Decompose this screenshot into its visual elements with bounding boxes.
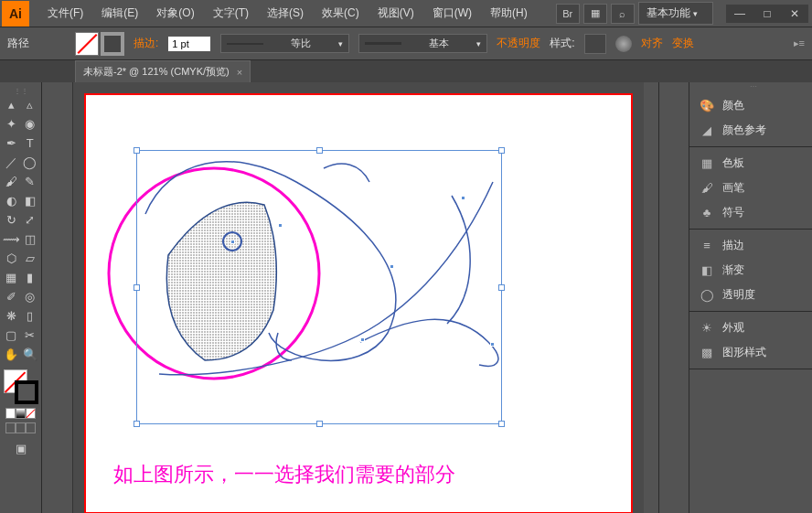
eyedropper-tool[interactable]: ✐ bbox=[2, 287, 21, 306]
left-dock-strip[interactable] bbox=[42, 82, 73, 513]
lasso-tool[interactable]: ◉ bbox=[21, 114, 40, 134]
panel-graphic-styles[interactable]: ▩图形样式 bbox=[689, 340, 812, 365]
handle-mid-right[interactable] bbox=[498, 284, 505, 291]
screen-mode-icon[interactable]: ▣ bbox=[11, 439, 30, 458]
tab-title: 未标题-2* @ 121% (CMYK/预览) bbox=[83, 65, 230, 79]
draw-inside-icon[interactable] bbox=[26, 422, 36, 433]
artboard-tool[interactable]: ▢ bbox=[2, 326, 21, 345]
panel-color-guide[interactable]: ◢颜色参考 bbox=[689, 118, 812, 143]
selection-tool[interactable]: ▴ bbox=[2, 95, 21, 114]
menu-select[interactable]: 选择(S) bbox=[258, 0, 313, 27]
graph-tool[interactable]: ▯ bbox=[21, 306, 40, 326]
direct-selection-tool[interactable]: ▵ bbox=[21, 95, 40, 114]
anchor-point[interactable] bbox=[390, 264, 394, 269]
panel-appearance[interactable]: ☀外观 bbox=[689, 315, 812, 340]
anchor-point[interactable] bbox=[360, 337, 365, 342]
menu-view[interactable]: 视图(V) bbox=[369, 0, 423, 27]
stroke-swatch[interactable] bbox=[101, 32, 124, 56]
bridge-icon[interactable]: Br bbox=[556, 4, 580, 24]
panel-brushes[interactable]: 🖌画笔 bbox=[689, 176, 812, 200]
selection-bounding-box[interactable] bbox=[136, 150, 502, 424]
handle-top-right[interactable] bbox=[498, 147, 505, 154]
gradient-tool[interactable]: ▮ bbox=[21, 268, 40, 287]
graphic-style-thumb[interactable] bbox=[584, 34, 606, 54]
workspace-dropdown[interactable]: 基本功能 ▾ bbox=[638, 2, 713, 25]
brush-def-dropdown[interactable]: 基本▾ bbox=[358, 34, 487, 53]
handle-bot-mid[interactable] bbox=[316, 421, 323, 427]
window-minimize[interactable]: — bbox=[726, 5, 753, 23]
none-mode-icon[interactable] bbox=[26, 408, 36, 419]
gradient-mode-icon[interactable] bbox=[16, 408, 26, 419]
shape-tool[interactable]: ◯ bbox=[21, 153, 40, 172]
tab-close-icon[interactable]: × bbox=[237, 67, 242, 78]
panel-color[interactable]: 🎨颜色 bbox=[689, 93, 812, 118]
shape-builder-tool[interactable]: ⬡ bbox=[2, 249, 21, 268]
menu-effect[interactable]: 效果(C) bbox=[313, 0, 369, 27]
panel-gradient[interactable]: ◧渐变 bbox=[689, 258, 812, 283]
handle-bot-right[interactable] bbox=[498, 421, 505, 427]
window-close[interactable]: ✕ bbox=[781, 5, 808, 23]
rotate-tool[interactable]: ↻ bbox=[2, 210, 21, 230]
menu-help[interactable]: 帮助(H) bbox=[481, 0, 537, 27]
search-icon[interactable]: ⌕ bbox=[611, 4, 635, 24]
pencil-tool[interactable]: ✎ bbox=[21, 172, 40, 191]
handle-top-left[interactable] bbox=[134, 147, 140, 154]
appearance-icon: ☀ bbox=[699, 321, 715, 336]
line-tool[interactable]: ／ bbox=[2, 153, 21, 172]
pen-tool[interactable]: ✒ bbox=[2, 134, 21, 153]
color-mode-icon[interactable] bbox=[5, 408, 16, 419]
tools-grip[interactable]: ⋮⋮ bbox=[2, 86, 39, 95]
handle-bot-left[interactable] bbox=[134, 421, 140, 427]
arrange-docs-icon[interactable]: ▦ bbox=[583, 4, 607, 24]
panel-grip[interactable]: ⋯ bbox=[689, 82, 812, 90]
free-transform-tool[interactable]: ◫ bbox=[21, 230, 40, 249]
blend-tool[interactable]: ◎ bbox=[21, 287, 40, 306]
mesh-tool[interactable]: ▦ bbox=[2, 268, 21, 287]
hand-tool[interactable]: ✋ bbox=[2, 345, 21, 364]
panel-stroke[interactable]: ≡描边 bbox=[689, 233, 812, 258]
window-maximize[interactable]: □ bbox=[753, 5, 781, 23]
paintbrush-tool[interactable]: 🖌 bbox=[2, 172, 21, 191]
slice-tool[interactable]: ✂ bbox=[21, 326, 40, 345]
profile-dropdown[interactable]: 等比▾ bbox=[220, 34, 349, 53]
draw-behind-icon[interactable] bbox=[16, 422, 26, 433]
anchor-point[interactable] bbox=[461, 196, 465, 200]
recolor-icon[interactable] bbox=[615, 36, 632, 52]
stroke-label[interactable]: 描边: bbox=[134, 36, 158, 51]
handle-top-mid[interactable] bbox=[316, 147, 323, 154]
type-tool[interactable]: T bbox=[21, 134, 40, 153]
width-tool[interactable]: ⟿ bbox=[2, 230, 21, 249]
perspective-tool[interactable]: ▱ bbox=[21, 249, 40, 268]
zoom-tool[interactable]: 🔍 bbox=[21, 345, 40, 364]
menu-window[interactable]: 窗口(W) bbox=[423, 0, 481, 27]
panel-menu-icon[interactable]: ▸≡ bbox=[794, 37, 805, 49]
collapsed-dock[interactable] bbox=[658, 82, 689, 513]
artboard[interactable]: 如上图所示，一一选择我们需要的部分 bbox=[84, 93, 633, 513]
anchor-point[interactable] bbox=[490, 342, 495, 347]
anchor-point[interactable] bbox=[230, 240, 235, 244]
menu-edit[interactable]: 编辑(E) bbox=[92, 0, 147, 27]
handle-mid-left[interactable] bbox=[134, 284, 140, 291]
draw-normal-icon[interactable] bbox=[5, 422, 16, 433]
panel-transparency[interactable]: ◯透明度 bbox=[689, 283, 812, 307]
panel-symbols[interactable]: ♣符号 bbox=[689, 200, 812, 225]
blob-brush-tool[interactable]: ◐ bbox=[2, 191, 21, 210]
vertical-scrollbar[interactable] bbox=[644, 82, 658, 513]
scale-tool[interactable]: ⤢ bbox=[21, 210, 40, 230]
eraser-tool[interactable]: ◧ bbox=[21, 191, 40, 210]
menu-object[interactable]: 对象(O) bbox=[147, 0, 203, 27]
menu-type[interactable]: 文字(T) bbox=[204, 0, 258, 27]
align-label[interactable]: 对齐 bbox=[641, 36, 663, 51]
document-tab[interactable]: 未标题-2* @ 121% (CMYK/预览) × bbox=[75, 60, 251, 82]
opacity-label[interactable]: 不透明度 bbox=[497, 36, 540, 51]
anchor-point[interactable] bbox=[278, 223, 283, 228]
magic-wand-tool[interactable]: ✦ bbox=[2, 114, 21, 134]
fill-stroke-swatch[interactable] bbox=[4, 369, 38, 404]
menu-file[interactable]: 文件(F) bbox=[38, 0, 92, 27]
title-bar: Ai 文件(F) 编辑(E) 对象(O) 文字(T) 选择(S) 效果(C) 视… bbox=[0, 0, 812, 27]
fill-swatch[interactable] bbox=[75, 32, 99, 56]
transform-label[interactable]: 变换 bbox=[672, 36, 694, 51]
panel-swatches[interactable]: ▦色板 bbox=[689, 151, 812, 176]
symbol-sprayer-tool[interactable]: ❋ bbox=[2, 306, 21, 326]
stroke-weight-input[interactable] bbox=[167, 36, 211, 52]
